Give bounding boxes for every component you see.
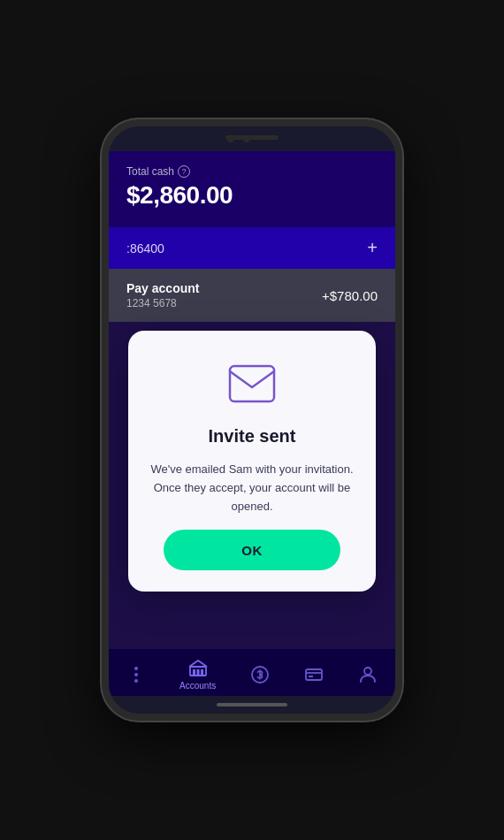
svg-rect-8 xyxy=(309,676,313,677)
pay-account-card[interactable]: Pay account 1234 5678 +$780.00 xyxy=(109,269,395,322)
accounts-nav-label: Accounts xyxy=(179,681,216,691)
pay-account-title: Pay account xyxy=(126,281,199,295)
modal-message: We've emailed Sam with your invitation. … xyxy=(149,461,355,515)
person-icon xyxy=(357,664,378,685)
pay-account-info: Pay account 1234 5678 xyxy=(126,281,199,309)
nav-item-pay[interactable] xyxy=(249,664,271,685)
pay-account-number: 1234 5678 xyxy=(126,297,199,309)
bank-icon xyxy=(187,658,209,679)
phone-screen: Total cash ? $2,860.00 :86400 + Pay acco… xyxy=(109,151,395,696)
card-icon xyxy=(303,664,325,685)
nav-item-accounts[interactable]: Accounts xyxy=(179,658,216,691)
svg-rect-6 xyxy=(306,669,322,680)
dot-3 xyxy=(134,679,138,683)
account-number: :86400 xyxy=(126,241,164,256)
modal-title: Invite sent xyxy=(209,426,296,447)
total-cash-label-row: Total cash ? xyxy=(126,165,378,178)
dollar-circle-icon xyxy=(249,664,271,685)
dot-1 xyxy=(134,667,138,670)
phone-frame: Total cash ? $2,860.00 :86400 + Pay acco… xyxy=(102,119,402,721)
header-section: Total cash ? $2,860.00 xyxy=(109,151,395,227)
dot-2 xyxy=(134,673,138,676)
pay-account-amount: +$780.00 xyxy=(322,288,378,303)
add-account-button[interactable]: + xyxy=(367,238,378,258)
more-icon xyxy=(126,664,147,685)
bottom-nav: Accounts xyxy=(109,649,395,696)
phone-camera-right xyxy=(243,135,250,142)
nav-item-more[interactable] xyxy=(126,664,147,685)
account-number-row: :86400 + xyxy=(109,227,395,269)
svg-rect-4 xyxy=(201,669,203,676)
total-amount: $2,860.00 xyxy=(126,181,378,210)
phone-home-bar xyxy=(217,703,287,706)
dimmed-overlay: Invite sent We've emailed Sam with your … xyxy=(109,322,395,649)
help-icon[interactable]: ? xyxy=(178,165,190,178)
nav-item-profile[interactable] xyxy=(357,664,378,685)
invite-sent-modal: Invite sent We've emailed Sam with your … xyxy=(128,331,376,592)
svg-rect-3 xyxy=(196,669,199,676)
envelope-icon xyxy=(228,364,276,403)
total-cash-text: Total cash xyxy=(126,165,174,178)
phone-camera-left xyxy=(227,135,234,142)
svg-rect-0 xyxy=(230,366,274,401)
svg-rect-2 xyxy=(193,669,195,676)
ok-button[interactable]: OK xyxy=(164,530,340,570)
envelope-icon-wrapper xyxy=(224,355,280,412)
svg-point-9 xyxy=(364,668,371,675)
dots-icon xyxy=(134,667,138,683)
nav-item-cards[interactable] xyxy=(303,664,325,685)
